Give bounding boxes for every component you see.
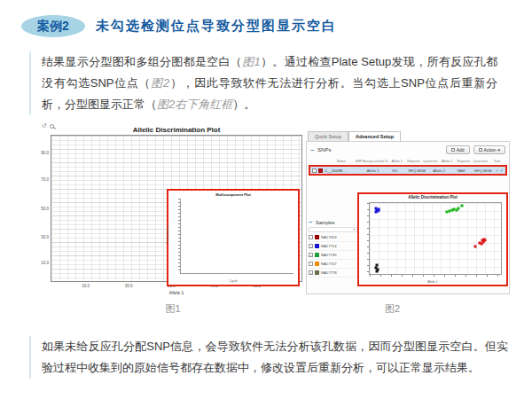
sample-checkbox[interactable]: ✓ [309,270,313,275]
sample-checkbox[interactable] [309,262,313,266]
inset-x-axis-label: Cycle [230,279,238,283]
snps-label: SNPs [317,147,331,153]
scatter-point [480,242,482,245]
figure-ref-3: 图2右下角红框 [157,98,232,111]
x-tick-label: 10.0 [82,284,90,288]
column-header: Reporter [456,160,473,163]
sample-row[interactable]: ✓NA17778 [309,269,357,278]
collapse-icon[interactable]: − [310,147,314,153]
scatter-point [375,210,378,213]
samples-filter-bar[interactable]: ▼ [309,227,357,232]
column-header: Reporter [405,160,422,163]
chevron-down-icon: ▾ [497,147,500,153]
figure-1: ↺ Allelic Discrimination Plot 90.070.050… [40,122,306,300]
samples-section-header: − Samples [309,218,357,226]
samples-panel: − Samples ▼ NA17203✓NA17714✓NA17735NA177… [309,218,357,291]
figure-ref-1: 图1 [242,55,261,68]
fig1-plot-title: Allelic Discrimination Plot [51,126,302,134]
column-header: Allele 1 [388,160,405,163]
sample-row[interactable]: NA17203 [309,233,357,242]
header-spacer [310,160,327,163]
column-header: Task [489,160,505,163]
setup-panel: − SNPs Add Action▾ NameSNP AssayLocked T… [306,141,510,294]
snp-row-task: ~ [496,168,498,173]
column-header: Name [327,160,356,163]
sample-row[interactable]: ✓NA17714 [309,242,357,251]
case-badge: 案例2 [21,15,85,37]
sample-color-swatch [315,235,319,239]
snp-row-cell: Allele 2 [428,168,450,173]
fig1-x-axis-label: Allele 1 [51,290,302,295]
sample-color-swatch [315,262,319,266]
x-tick-label: 30.0 [125,284,133,288]
snp-table-header-row: NameSNP AssayLocked ToAllele 1ReporterQu… [310,160,505,163]
fig2-scatter-points [369,202,502,275]
intro-paragraph: 结果显示分型图和多组分图都是空白（图1）。通过检查Plate Setup发现，所… [29,51,497,115]
add-button-label: Add [457,147,465,153]
action-icon [479,148,482,152]
sample-color-swatch [315,244,319,248]
add-button[interactable]: Add [446,145,470,154]
column-header: Allele 2 [439,160,456,163]
figure-ref-2: 图2 [151,76,169,90]
y-tick-label: 10.0 [41,261,49,265]
snp-color-swatch [318,168,323,173]
fig1-y-ticks: 90.070.050.030.010.0 [40,135,50,282]
y-tick-label: 70.0 [41,176,49,181]
figure-caption: 图2 [306,302,479,316]
snp-row-cell: Allele 1 [362,168,384,173]
sample-color-swatch [315,253,319,257]
y-tick-label: 50.0 [41,207,49,211]
samples-list: NA17203✓NA17714✓NA17735NA17747✓NA17778 [309,233,357,278]
snp-row-cell: NFQ-MGB [472,168,494,173]
intro-text-4: ）。 [232,98,255,111]
fig1-inset-redbox: Multicomponent Plot Fluorescence Cycle [167,189,300,286]
figure-2: Quick Setup Advanced Setup − SNPs Add Ac… [306,131,510,300]
sample-name: NA17203 [321,235,336,239]
snp-table-row[interactable]: C__30498... Allele 1VICNFQ-MGBAllele 2FA… [309,165,507,176]
inset-plot-title: Multicomponent Plot [168,192,298,197]
column-header: SNP Assay [356,160,372,163]
snp-name: C__30498... [325,168,362,173]
sample-color-swatch [315,270,319,275]
snp-row-cells: Allele 1VICNFQ-MGBAllele 2FAMNFQ-MGB [362,168,494,173]
action-button[interactable]: Action▾ [473,145,505,154]
fig2-x-axis-label: Allele 1 [359,280,506,284]
sample-checkbox[interactable] [309,235,313,239]
y-tick-label: 30.0 [41,234,49,239]
scatter-point [457,207,459,209]
row-checkbox[interactable] [312,168,317,173]
action-button-label: Action [484,147,497,153]
sample-checkbox[interactable]: ✓ [309,253,313,257]
sample-name: NA17747 [321,262,336,266]
row-check-icon: ✓ [500,168,504,173]
y-tick-label: 90.0 [41,150,49,154]
snp-row-cell: FAM [450,168,473,173]
fig2-plot-title: Allelic Discrimination Plot [359,195,506,200]
samples-label: Samples [316,220,334,225]
sample-name: NA17714 [321,244,336,248]
snps-section-header: − SNPs Add Action▾ [310,145,505,155]
article-page: 案例2 未勾选检测位点导致分型图显示空白 结果显示分型图和多组分图都是空白（图1… [0,0,532,399]
page-title: 未勾选检测位点导致分型图显示空白 [96,18,337,35]
sample-checkbox[interactable]: ✓ [309,244,313,248]
column-header: Quencher [422,160,439,163]
fig2-result-redbox: Allelic Discrimination Plot Allele 1 [357,192,508,286]
scatter-point [460,205,463,207]
sample-name: NA17735 [321,253,336,257]
scatter-point [376,270,379,272]
inset-y-axis-label: Fluorescence [166,225,169,244]
scatter-point [474,245,477,247]
sample-name: NA17778 [321,270,336,275]
column-header: Locked To [372,160,389,163]
sample-row[interactable]: ✓NA17735 [309,251,357,260]
conclusion-paragraph: 如果未给反应孔分配SNP信息，会导致软件无法分析该孔数据，因而分型图显示空白。但… [29,336,508,379]
intro-text-1: 结果显示分型图和多组分图都是空白（ [42,55,242,68]
filter-icon: ▼ [353,228,356,231]
collapse-icon[interactable]: − [309,219,312,225]
snp-row-cell: NFQ-MGB [406,168,428,173]
undo-icon[interactable]: ↺ [42,122,47,129]
sample-row[interactable]: NA17747 [309,260,357,269]
snps-actions: Add Action▾ [446,145,505,154]
figure-caption: 图1 [40,302,306,316]
